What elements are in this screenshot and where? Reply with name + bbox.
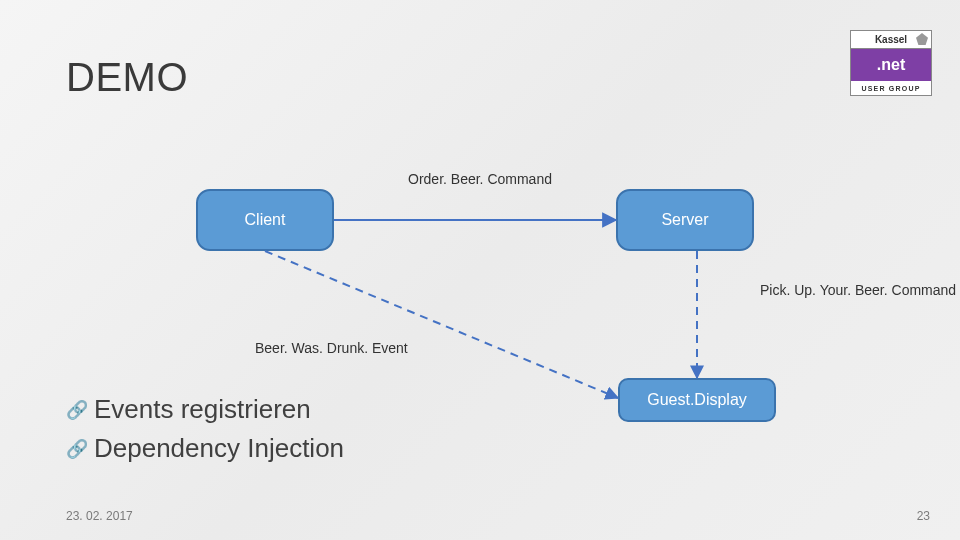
logo-mid-text: .net [851,49,931,81]
logo-badge: Kassel .net USER GROUP [850,30,932,96]
node-guest-display: Guest.Display [618,378,776,422]
slide-title: DEMO [66,55,188,100]
svg-line-2 [265,251,618,398]
node-server: Server [616,189,754,251]
label-order-beer-command: Order. Beer. Command [370,171,590,187]
bullet-dependency-injection: Dependency Injection [66,429,344,468]
logo-bot-text: USER GROUP [851,81,931,95]
node-client: Client [196,189,334,251]
footer-date: 23. 02. 2017 [66,509,133,523]
logo-top-text: Kassel [851,31,931,49]
bullet-list: Events registrieren Dependency Injection [66,390,344,468]
bullet-events-registrieren: Events registrieren [66,390,344,429]
footer-page-number: 23 [917,509,930,523]
label-beer-was-drunk-event: Beer. Was. Drunk. Event [255,340,408,356]
label-pickup-beer-command: Pick. Up. Your. Beer. Command [760,282,956,298]
